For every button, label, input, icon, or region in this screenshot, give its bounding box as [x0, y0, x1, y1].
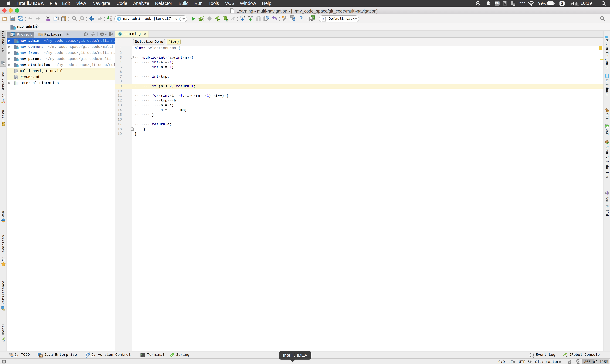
svg-text:?: ?	[323, 18, 324, 21]
svg-text:JR: JR	[226, 19, 228, 22]
svg-text:VCS: VCS	[240, 15, 245, 18]
svg-text:JR: JR	[565, 355, 568, 357]
svg-text:m: m	[605, 35, 608, 38]
svg-text:VCS: VCS	[247, 15, 253, 18]
svg-text:01: 01	[110, 19, 112, 21]
svg-text:JR: JR	[218, 19, 220, 22]
svg-text:JR: JR	[3, 340, 5, 342]
svg-text:EE: EE	[40, 355, 43, 357]
svg-text:JSF: JSF	[606, 125, 609, 127]
svg-text:A: A	[79, 18, 81, 21]
